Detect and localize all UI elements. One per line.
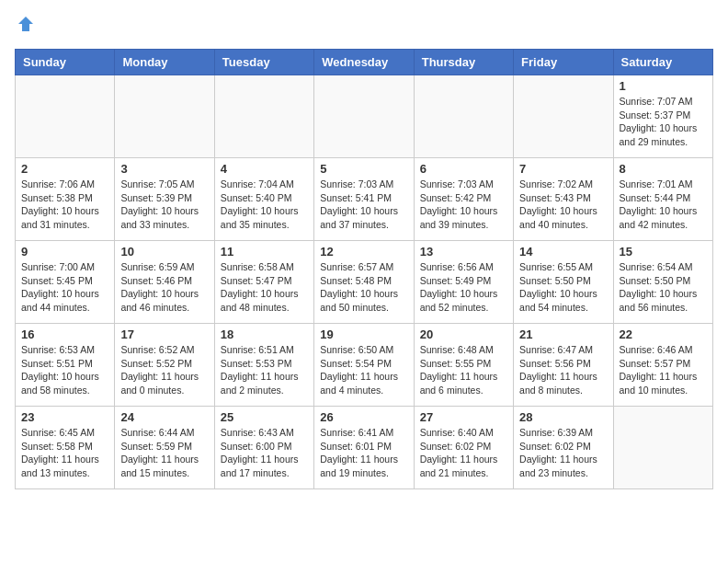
day-info: Sunrise: 7:01 AM Sunset: 5:44 PM Dayligh… bbox=[620, 178, 707, 232]
day-info: Sunrise: 6:51 AM Sunset: 5:53 PM Dayligh… bbox=[221, 343, 308, 397]
day-info: Sunrise: 6:41 AM Sunset: 6:01 PM Dayligh… bbox=[320, 426, 407, 480]
day-number: 9 bbox=[21, 245, 108, 259]
day-number: 20 bbox=[420, 327, 507, 341]
day-number: 16 bbox=[21, 327, 108, 341]
day-info: Sunrise: 6:58 AM Sunset: 5:47 PM Dayligh… bbox=[221, 260, 308, 315]
day-number: 3 bbox=[120, 162, 208, 176]
calendar-cell: 12Sunrise: 6:57 AM Sunset: 5:48 PM Dayli… bbox=[314, 241, 414, 324]
calendar-cell: 7Sunrise: 7:02 AM Sunset: 5:43 PM Daylig… bbox=[514, 158, 613, 241]
day-number: 15 bbox=[620, 245, 707, 259]
day-number: 24 bbox=[120, 410, 208, 424]
calendar-cell bbox=[214, 75, 313, 158]
weekday-header-thursday: Thursday bbox=[414, 50, 513, 75]
week-row-2: 2Sunrise: 7:06 AM Sunset: 5:38 PM Daylig… bbox=[16, 158, 713, 241]
day-number: 22 bbox=[620, 327, 707, 341]
day-info: Sunrise: 7:00 AM Sunset: 5:45 PM Dayligh… bbox=[21, 260, 108, 315]
week-row-4: 16Sunrise: 6:53 AM Sunset: 5:51 PM Dayli… bbox=[16, 324, 713, 407]
calendar-cell: 3Sunrise: 7:05 AM Sunset: 5:39 PM Daylig… bbox=[115, 158, 214, 241]
calendar-cell: 24Sunrise: 6:44 AM Sunset: 5:59 PM Dayli… bbox=[115, 407, 214, 489]
week-row-5: 23Sunrise: 6:45 AM Sunset: 5:58 PM Dayli… bbox=[16, 407, 713, 489]
day-info: Sunrise: 6:56 AM Sunset: 5:49 PM Dayligh… bbox=[420, 260, 507, 315]
day-number: 8 bbox=[620, 162, 707, 176]
calendar-cell: 2Sunrise: 7:06 AM Sunset: 5:38 PM Daylig… bbox=[16, 158, 115, 241]
svg-marker-0 bbox=[18, 17, 33, 31]
calendar-cell bbox=[16, 75, 115, 158]
day-number: 5 bbox=[320, 162, 407, 176]
calendar-cell: 20Sunrise: 6:48 AM Sunset: 5:55 PM Dayli… bbox=[414, 324, 513, 407]
day-info: Sunrise: 7:07 AM Sunset: 5:37 PM Dayligh… bbox=[620, 95, 707, 149]
calendar-cell: 14Sunrise: 6:55 AM Sunset: 5:50 PM Dayli… bbox=[514, 241, 613, 324]
calendar-cell: 16Sunrise: 6:53 AM Sunset: 5:51 PM Dayli… bbox=[16, 324, 115, 407]
day-number: 10 bbox=[120, 245, 208, 259]
day-number: 14 bbox=[519, 245, 607, 259]
day-number: 27 bbox=[420, 410, 507, 424]
logo bbox=[15, 15, 35, 38]
week-row-3: 9Sunrise: 7:00 AM Sunset: 5:45 PM Daylig… bbox=[16, 241, 713, 324]
day-number: 13 bbox=[420, 245, 507, 259]
day-info: Sunrise: 6:47 AM Sunset: 5:56 PM Dayligh… bbox=[519, 343, 607, 397]
weekday-header-wednesday: Wednesday bbox=[314, 50, 414, 75]
day-info: Sunrise: 6:59 AM Sunset: 5:46 PM Dayligh… bbox=[120, 260, 208, 315]
day-info: Sunrise: 7:06 AM Sunset: 5:38 PM Dayligh… bbox=[21, 178, 108, 232]
calendar-cell: 23Sunrise: 6:45 AM Sunset: 5:58 PM Dayli… bbox=[16, 407, 115, 489]
calendar-cell: 25Sunrise: 6:43 AM Sunset: 6:00 PM Dayli… bbox=[214, 407, 313, 489]
day-number: 11 bbox=[221, 245, 308, 259]
calendar-cell: 22Sunrise: 6:46 AM Sunset: 5:57 PM Dayli… bbox=[613, 324, 712, 407]
day-number: 2 bbox=[21, 162, 108, 176]
calendar-cell: 4Sunrise: 7:04 AM Sunset: 5:40 PM Daylig… bbox=[214, 158, 313, 241]
calendar-cell: 6Sunrise: 7:03 AM Sunset: 5:42 PM Daylig… bbox=[414, 158, 513, 241]
day-info: Sunrise: 6:48 AM Sunset: 5:55 PM Dayligh… bbox=[420, 343, 507, 397]
day-info: Sunrise: 7:04 AM Sunset: 5:40 PM Dayligh… bbox=[221, 178, 308, 232]
day-number: 4 bbox=[221, 162, 308, 176]
day-info: Sunrise: 7:03 AM Sunset: 5:42 PM Dayligh… bbox=[420, 178, 507, 232]
weekday-header-sunday: Sunday bbox=[16, 50, 115, 75]
day-info: Sunrise: 6:55 AM Sunset: 5:50 PM Dayligh… bbox=[519, 260, 607, 315]
day-info: Sunrise: 7:02 AM Sunset: 5:43 PM Dayligh… bbox=[519, 178, 607, 232]
calendar-cell: 9Sunrise: 7:00 AM Sunset: 5:45 PM Daylig… bbox=[16, 241, 115, 324]
day-number: 26 bbox=[320, 410, 407, 424]
day-number: 17 bbox=[120, 327, 208, 341]
calendar-cell bbox=[514, 75, 613, 158]
day-info: Sunrise: 6:53 AM Sunset: 5:51 PM Dayligh… bbox=[21, 343, 108, 397]
calendar-cell bbox=[314, 75, 414, 158]
calendar-cell: 17Sunrise: 6:52 AM Sunset: 5:52 PM Dayli… bbox=[115, 324, 214, 407]
day-info: Sunrise: 7:03 AM Sunset: 5:41 PM Dayligh… bbox=[320, 178, 407, 232]
weekday-header-tuesday: Tuesday bbox=[214, 50, 313, 75]
calendar-cell: 15Sunrise: 6:54 AM Sunset: 5:50 PM Dayli… bbox=[613, 241, 712, 324]
calendar-cell bbox=[414, 75, 513, 158]
calendar-cell: 18Sunrise: 6:51 AM Sunset: 5:53 PM Dayli… bbox=[214, 324, 313, 407]
day-info: Sunrise: 6:52 AM Sunset: 5:52 PM Dayligh… bbox=[120, 343, 208, 397]
calendar-cell: 19Sunrise: 6:50 AM Sunset: 5:54 PM Dayli… bbox=[314, 324, 414, 407]
day-number: 6 bbox=[420, 162, 507, 176]
weekday-header-friday: Friday bbox=[514, 50, 613, 75]
day-info: Sunrise: 6:43 AM Sunset: 6:00 PM Dayligh… bbox=[221, 426, 308, 480]
day-info: Sunrise: 6:57 AM Sunset: 5:48 PM Dayligh… bbox=[320, 260, 407, 315]
weekday-header-monday: Monday bbox=[115, 50, 214, 75]
calendar-cell bbox=[115, 75, 214, 158]
calendar-cell: 11Sunrise: 6:58 AM Sunset: 5:47 PM Dayli… bbox=[214, 241, 313, 324]
week-row-1: 1Sunrise: 7:07 AM Sunset: 5:37 PM Daylig… bbox=[16, 75, 713, 158]
day-info: Sunrise: 6:45 AM Sunset: 5:58 PM Dayligh… bbox=[21, 426, 108, 480]
day-number: 19 bbox=[320, 327, 407, 341]
day-info: Sunrise: 7:05 AM Sunset: 5:39 PM Dayligh… bbox=[120, 178, 208, 232]
day-number: 28 bbox=[519, 410, 607, 424]
day-info: Sunrise: 6:44 AM Sunset: 5:59 PM Dayligh… bbox=[120, 426, 208, 480]
day-number: 1 bbox=[620, 79, 707, 93]
day-number: 21 bbox=[519, 327, 607, 341]
calendar-cell: 5Sunrise: 7:03 AM Sunset: 5:41 PM Daylig… bbox=[314, 158, 414, 241]
weekday-header-row: SundayMondayTuesdayWednesdayThursdayFrid… bbox=[16, 50, 713, 75]
calendar-cell: 26Sunrise: 6:41 AM Sunset: 6:01 PM Dayli… bbox=[314, 407, 414, 489]
calendar-cell: 28Sunrise: 6:39 AM Sunset: 6:02 PM Dayli… bbox=[514, 407, 613, 489]
day-info: Sunrise: 6:39 AM Sunset: 6:02 PM Dayligh… bbox=[519, 426, 607, 480]
day-number: 23 bbox=[21, 410, 108, 424]
calendar-cell: 27Sunrise: 6:40 AM Sunset: 6:02 PM Dayli… bbox=[414, 407, 513, 489]
day-info: Sunrise: 6:50 AM Sunset: 5:54 PM Dayligh… bbox=[320, 343, 407, 397]
calendar-cell: 21Sunrise: 6:47 AM Sunset: 5:56 PM Dayli… bbox=[514, 324, 613, 407]
weekday-header-saturday: Saturday bbox=[613, 50, 712, 75]
calendar-cell bbox=[613, 407, 712, 489]
day-info: Sunrise: 6:40 AM Sunset: 6:02 PM Dayligh… bbox=[420, 426, 507, 480]
day-info: Sunrise: 6:54 AM Sunset: 5:50 PM Dayligh… bbox=[620, 260, 707, 315]
day-number: 25 bbox=[221, 410, 308, 424]
day-number: 18 bbox=[221, 327, 308, 341]
day-info: Sunrise: 6:46 AM Sunset: 5:57 PM Dayligh… bbox=[620, 343, 707, 397]
